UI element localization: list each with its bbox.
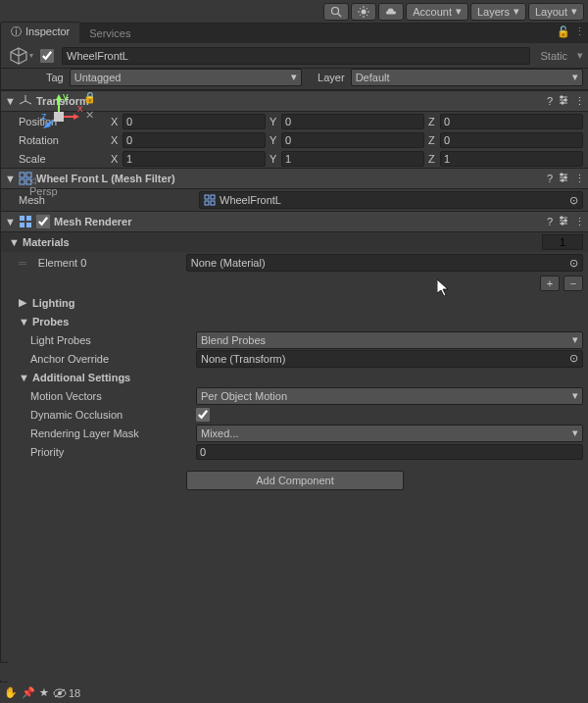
tag-label: Tag bbox=[46, 72, 64, 83]
star-icon[interactable]: ★ bbox=[39, 686, 49, 699]
tab-services[interactable]: Services bbox=[79, 25, 140, 43]
cloud-icon[interactable] bbox=[378, 3, 404, 21]
layout-label: Layout bbox=[535, 6, 567, 18]
position-x-input[interactable] bbox=[122, 114, 266, 129]
svg-line-7 bbox=[360, 8, 361, 9]
lock-icon[interactable]: 🔓 bbox=[557, 25, 570, 38]
svg-rect-46 bbox=[211, 195, 215, 199]
meshfilter-header[interactable]: ▼ Wheel Front L (Mesh Filter) ? ⋮ bbox=[1, 168, 588, 189]
position-y-input[interactable] bbox=[281, 114, 424, 129]
foldout-icon[interactable]: ▼ bbox=[19, 316, 28, 327]
help-icon[interactable]: ? bbox=[547, 216, 553, 228]
rotation-y-input[interactable] bbox=[281, 132, 424, 148]
account-dropdown[interactable]: Account▾ bbox=[406, 3, 468, 21]
foldout-icon[interactable]: ▼ bbox=[9, 236, 19, 248]
scale-z-input[interactable] bbox=[440, 151, 583, 167]
object-picker-icon[interactable]: ⊙ bbox=[566, 352, 580, 366]
add-element-button[interactable]: + bbox=[540, 276, 560, 291]
context-menu-icon[interactable]: ⋮ bbox=[574, 173, 585, 185]
layout-dropdown[interactable]: Layout▾ bbox=[528, 3, 584, 21]
scale-y-input[interactable] bbox=[281, 151, 424, 167]
help-icon[interactable]: ? bbox=[547, 173, 553, 185]
remove-element-button[interactable]: − bbox=[564, 276, 583, 291]
svg-point-0 bbox=[332, 7, 339, 14]
svg-line-10 bbox=[367, 8, 368, 9]
gameobject-active-checkbox[interactable] bbox=[40, 49, 54, 63]
priority-input[interactable] bbox=[196, 444, 583, 460]
rotation-z-input[interactable] bbox=[440, 132, 583, 148]
transform-title: Transform bbox=[36, 95, 543, 107]
chevron-down-icon: ▾ bbox=[572, 333, 578, 346]
lighting-header[interactable]: ▶ Lighting bbox=[1, 293, 588, 312]
position-z-input[interactable] bbox=[440, 114, 583, 129]
svg-line-27 bbox=[25, 101, 31, 104]
meshrenderer-icon bbox=[19, 215, 32, 228]
tag-dropdown[interactable]: Untagged▾ bbox=[70, 69, 302, 86]
scale-x-input[interactable] bbox=[122, 151, 266, 167]
svg-point-34 bbox=[562, 101, 564, 103]
materials-header[interactable]: ▼ Materials bbox=[1, 232, 588, 252]
layers-dropdown[interactable]: Layers▾ bbox=[470, 3, 526, 21]
lightprobes-dropdown[interactable]: Blend Probes▾ bbox=[196, 331, 583, 349]
material-element0-field[interactable]: None (Material) ⊙ bbox=[186, 254, 583, 272]
materials-count-input[interactable] bbox=[542, 234, 583, 250]
perspective-label[interactable]: ◁ Persp bbox=[29, 174, 58, 197]
scene-view[interactable]: ⋮ y x z ✕ 🔒 ◁ Persp 🔒 ⋮ ✋ bbox=[0, 24, 1, 703]
chevron-down-icon: ▾ bbox=[514, 5, 519, 18]
motion-label: Motion Vectors bbox=[30, 390, 192, 402]
additional-header[interactable]: ▼ Additional Settings bbox=[1, 368, 588, 386]
svg-text:🔒: 🔒 bbox=[83, 92, 93, 104]
hand-icon[interactable]: ✋ bbox=[4, 686, 18, 699]
foldout-icon[interactable]: ▼ bbox=[19, 372, 28, 383]
gameobject-name-input[interactable] bbox=[62, 47, 530, 65]
orientation-gizmo[interactable]: y x z ✕ 🔒 bbox=[34, 92, 93, 151]
static-dropdown-icon[interactable]: ▾ bbox=[577, 49, 583, 62]
dynocc-label: Dynamic Occlusion bbox=[30, 409, 192, 421]
anchor-field[interactable]: None (Transform)⊙ bbox=[196, 350, 583, 368]
mesh-icon bbox=[204, 194, 216, 206]
svg-marker-15 bbox=[74, 114, 79, 120]
svg-rect-50 bbox=[26, 216, 31, 221]
scene-menu-icon[interactable]: ⋮ bbox=[0, 665, 4, 678]
element0-label: Element 0 bbox=[30, 257, 182, 269]
svg-line-1 bbox=[338, 14, 341, 17]
context-menu-icon[interactable]: ⋮ bbox=[574, 95, 585, 108]
rotation-x-input[interactable] bbox=[122, 132, 266, 148]
svg-rect-47 bbox=[205, 201, 209, 205]
pin-icon[interactable]: 📌 bbox=[22, 686, 35, 699]
tab-inspector[interactable]: ⓘInspector bbox=[1, 22, 79, 43]
svg-line-9 bbox=[360, 14, 361, 15]
svg-point-43 bbox=[564, 176, 566, 177]
svg-text:x: x bbox=[77, 102, 83, 114]
tab-menu-icon[interactable]: ⋮ bbox=[574, 25, 585, 38]
visibility-icon[interactable]: 18 bbox=[53, 687, 80, 699]
search-icon[interactable] bbox=[323, 3, 349, 21]
foldout-icon[interactable]: ▼ bbox=[5, 173, 15, 184]
meshrenderer-enabled-checkbox[interactable] bbox=[36, 215, 50, 228]
priority-label: Priority bbox=[30, 446, 192, 458]
gameobject-icon[interactable]: ▾ bbox=[7, 46, 34, 66]
renderlayer-dropdown[interactable]: Mixed...▾ bbox=[196, 425, 583, 442]
preset-icon[interactable] bbox=[559, 95, 568, 108]
light-icon[interactable] bbox=[351, 3, 376, 21]
layer-dropdown[interactable]: Default▾ bbox=[351, 69, 583, 86]
motion-dropdown[interactable]: Per Object Motion▾ bbox=[196, 387, 583, 405]
probes-header[interactable]: ▼ Probes bbox=[1, 312, 588, 330]
static-label: Static bbox=[536, 50, 571, 62]
meshrenderer-header[interactable]: ▼ Mesh Renderer ? ⋮ bbox=[1, 211, 588, 232]
preset-icon[interactable] bbox=[559, 173, 568, 185]
add-component-button[interactable]: Add Component bbox=[186, 471, 404, 490]
object-picker-icon[interactable]: ⊙ bbox=[566, 256, 580, 270]
mesh-field[interactable]: WheelFrontL ⊙ bbox=[199, 191, 583, 209]
drag-handle-icon[interactable]: ═ bbox=[19, 257, 26, 269]
foldout-icon[interactable]: ▼ bbox=[5, 95, 15, 107]
dynocc-checkbox[interactable] bbox=[196, 408, 210, 422]
object-picker-icon[interactable]: ⊙ bbox=[566, 193, 580, 207]
foldout-icon[interactable]: ▶ bbox=[19, 296, 28, 309]
help-icon[interactable]: ? bbox=[547, 95, 553, 108]
svg-text:y: y bbox=[63, 92, 69, 102]
context-menu-icon[interactable]: ⋮ bbox=[574, 216, 585, 228]
preset-icon[interactable] bbox=[559, 216, 568, 228]
foldout-icon[interactable]: ▼ bbox=[5, 216, 15, 227]
layers-label: Layers bbox=[477, 6, 510, 18]
